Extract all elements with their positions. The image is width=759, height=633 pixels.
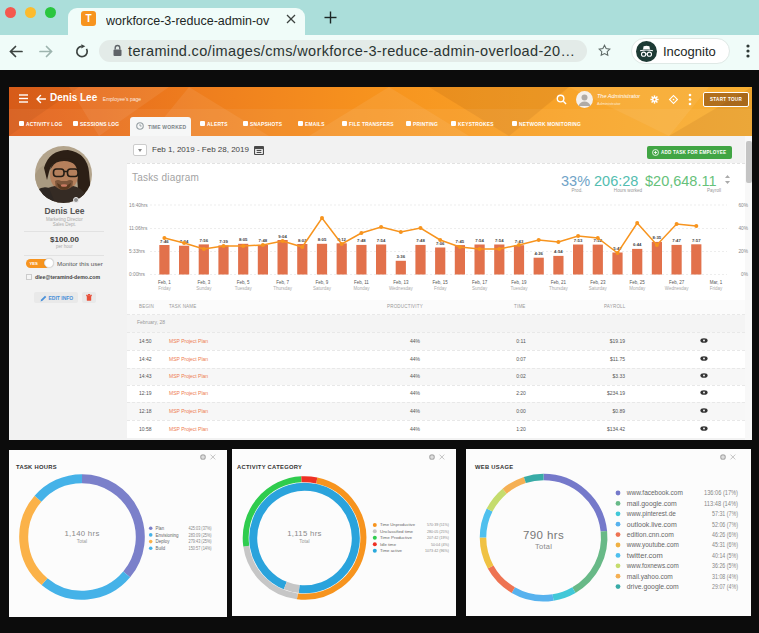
svg-text:45:31 (6%): 45:31 (6%)	[712, 541, 738, 549]
svg-text:8:05: 8:05	[239, 237, 248, 242]
svg-text:drive.google.com: drive.google.com	[627, 583, 679, 591]
svg-text:Total: Total	[535, 542, 552, 551]
svg-text:7:48: 7:48	[416, 238, 425, 243]
svg-text:570:39 (51%): 570:39 (51%)	[427, 522, 449, 527]
svg-text:Feb, 27: Feb, 27	[669, 280, 685, 285]
svg-text:Feb, 19: Feb, 19	[511, 280, 527, 285]
svg-text:7:53: 7:53	[574, 238, 583, 243]
svg-text:Time Productive: Time Productive	[380, 535, 413, 540]
svg-text:3:36: 3:36	[396, 254, 405, 259]
svg-text:Feb, 15: Feb, 15	[433, 280, 449, 285]
svg-text:136:06 (17%): 136:06 (17%)	[704, 489, 738, 497]
svg-text:Feb, 13: Feb, 13	[393, 280, 409, 285]
svg-text:www.foxnews.com: www.foxnews.com	[626, 562, 679, 569]
svg-text:WEB USAGE: WEB USAGE	[475, 464, 513, 470]
svg-text:mail.yahoo.com: mail.yahoo.com	[627, 573, 673, 581]
svg-text:7:39: 7:39	[219, 239, 228, 244]
svg-text:60%: 60%	[738, 203, 748, 208]
svg-text:36:26 (5%): 36:26 (5%)	[712, 562, 738, 570]
svg-text:Tuesday: Tuesday	[510, 286, 528, 291]
svg-text:29:07 (4%): 29:07 (4%)	[712, 583, 738, 591]
svg-text:Unclassified time: Unclassified time	[380, 529, 414, 534]
svg-text:Saturday: Saturday	[589, 286, 608, 291]
svg-text:edition.cnn.com: edition.cnn.com	[627, 531, 674, 538]
svg-text:Friday: Friday	[434, 286, 447, 291]
svg-text:57:31 (7%): 57:31 (7%)	[712, 510, 738, 518]
svg-text:4:26: 4:26	[534, 251, 543, 256]
svg-text:www.youtube.com: www.youtube.com	[626, 541, 679, 549]
svg-text:outlook.live.com: outlook.live.com	[627, 521, 677, 528]
svg-text:Friday: Friday	[710, 286, 723, 291]
svg-text:8:35: 8:35	[653, 235, 662, 240]
svg-text:www.facebook.com: www.facebook.com	[626, 489, 683, 496]
svg-text:16:40hrs: 16:40hrs	[129, 203, 148, 208]
svg-text:ACTIVITY CATEGORY: ACTIVITY CATEGORY	[237, 464, 302, 470]
svg-text:1,115 hrs: 1,115 hrs	[287, 529, 322, 538]
svg-text:twitter.com: twitter.com	[627, 552, 663, 559]
svg-text:7:54: 7:54	[495, 238, 504, 243]
svg-text:0%: 0%	[741, 272, 749, 277]
svg-text:Total: Total	[299, 539, 309, 544]
svg-text:Feb, 17: Feb, 17	[472, 280, 488, 285]
svg-text:9:04: 9:04	[278, 234, 287, 239]
svg-text:279:43 (25%): 279:43 (25%)	[189, 539, 212, 544]
svg-text:1,140 hrs: 1,140 hrs	[64, 529, 99, 538]
svg-text:Feb, 1: Feb, 1	[158, 280, 171, 285]
svg-text:Feb, 23: Feb, 23	[590, 280, 606, 285]
svg-text:52:06 (7%): 52:06 (7%)	[712, 521, 738, 529]
svg-text:Feb, 3: Feb, 3	[197, 280, 210, 285]
svg-text:7:54: 7:54	[475, 238, 484, 243]
svg-text:TASK HOURS: TASK HOURS	[16, 464, 57, 470]
svg-text:Monday: Monday	[353, 286, 370, 291]
svg-text:20%: 20%	[738, 249, 748, 254]
svg-text:Idle time: Idle time	[380, 542, 397, 547]
svg-text:Mar, 1: Mar, 1	[710, 280, 723, 285]
svg-text:4:54: 4:54	[554, 249, 563, 254]
svg-text:7:48: 7:48	[259, 238, 268, 243]
svg-text:Thursday: Thursday	[549, 286, 569, 291]
svg-text:www.pinterest.de: www.pinterest.de	[626, 510, 677, 518]
svg-text:Build: Build	[156, 546, 166, 551]
svg-text:Monday: Monday	[629, 286, 646, 291]
svg-text:7:57: 7:57	[692, 238, 701, 243]
svg-text:280:05 (25%): 280:05 (25%)	[427, 529, 449, 534]
svg-text:Sunday: Sunday	[196, 286, 212, 291]
svg-text:Total: Total	[77, 539, 87, 544]
svg-text:46:26 (6%): 46:26 (6%)	[712, 531, 738, 539]
svg-text:7:43: 7:43	[515, 239, 524, 244]
svg-text:Deploy: Deploy	[156, 539, 171, 544]
svg-text:Saturday: Saturday	[313, 286, 332, 291]
svg-text:50:04 (4%): 50:04 (4%)	[431, 542, 449, 547]
svg-text:425:03 (37%): 425:03 (37%)	[189, 526, 212, 531]
svg-text:31:08 (4%): 31:08 (4%)	[712, 573, 738, 581]
svg-text:Feb, 5: Feb, 5	[237, 280, 250, 285]
svg-text:Wednesday: Wednesday	[389, 286, 413, 291]
svg-text:mail.google.com: mail.google.com	[627, 500, 677, 508]
svg-text:Feb, 9: Feb, 9	[316, 280, 329, 285]
svg-text:Wednesday: Wednesday	[665, 286, 689, 291]
svg-text:7:47: 7:47	[672, 238, 681, 243]
svg-text:Friday: Friday	[158, 286, 171, 291]
svg-text:0:00hrs: 0:00hrs	[129, 272, 146, 277]
svg-text:790 hrs: 790 hrs	[523, 529, 564, 541]
svg-text:Thursday: Thursday	[273, 286, 293, 291]
svg-text:113:48 (14%): 113:48 (14%)	[704, 500, 738, 508]
svg-text:Time Unproductive: Time Unproductive	[380, 522, 416, 527]
svg-text:Feb, 11: Feb, 11	[354, 280, 369, 285]
svg-text:Feb, 25: Feb, 25	[630, 280, 646, 285]
svg-text:Tuesday: Tuesday	[235, 286, 253, 291]
svg-text:Plan: Plan	[156, 526, 165, 531]
svg-text:207:42 (19%): 207:42 (19%)	[427, 535, 449, 540]
svg-text:1073:42 (96%): 1073:42 (96%)	[425, 548, 449, 553]
svg-text:7:45: 7:45	[456, 239, 465, 244]
svg-text:Time active: Time active	[380, 548, 403, 553]
svg-text:7:48: 7:48	[357, 238, 366, 243]
svg-text:5:33hrs: 5:33hrs	[129, 249, 146, 254]
svg-text:6:44: 6:44	[633, 242, 642, 247]
svg-text:150:57 (14%): 150:57 (14%)	[189, 546, 212, 551]
svg-text:11:06hrs: 11:06hrs	[129, 226, 148, 231]
svg-text:Feb, 7: Feb, 7	[276, 280, 289, 285]
svg-text:Feb, 21: Feb, 21	[551, 280, 567, 285]
svg-text:40%: 40%	[738, 226, 748, 231]
svg-text:Envisioning: Envisioning	[156, 533, 179, 538]
